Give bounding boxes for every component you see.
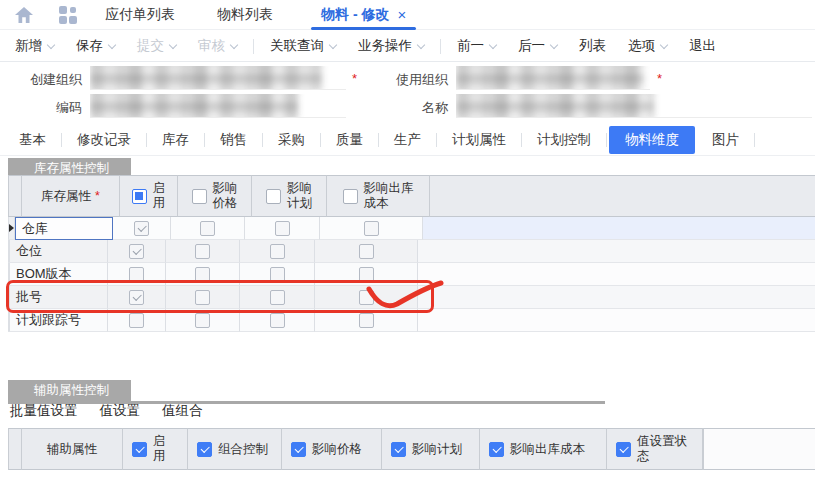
tab-change-log[interactable]: 修改记录 — [62, 131, 146, 149]
window-tab-material-list[interactable]: 物料列表 — [217, 6, 273, 24]
material-dimension-panel: 库存属性控制 库存属性 * 启用 影响价格 影响计划 影响 — [0, 155, 815, 501]
cell-affect-plan[interactable] — [240, 263, 315, 286]
enable-checkbox[interactable] — [129, 267, 144, 282]
list-button[interactable]: 列表 — [568, 37, 617, 55]
combo-control-header-checkbox[interactable] — [197, 442, 212, 457]
table-row-bin[interactable]: 仓位 — [8, 240, 815, 263]
cell-enable[interactable] — [113, 217, 171, 240]
affect-outbound-cost-checkbox[interactable] — [359, 267, 374, 282]
affect-outbound-cost-header-checkbox[interactable] — [343, 189, 358, 204]
code-field[interactable] — [90, 94, 346, 118]
use-org-field[interactable] — [456, 66, 650, 90]
window-tab-payables-list[interactable]: 应付单列表 — [105, 6, 175, 24]
tab-plan-control[interactable]: 计划控制 — [522, 131, 606, 149]
affect-outbound-cost-checkbox[interactable] — [359, 244, 374, 259]
options-button[interactable]: 选项 — [617, 37, 678, 55]
exit-button[interactable]: 退出 — [678, 37, 727, 55]
affect-plan-checkbox[interactable] — [270, 313, 285, 328]
next-button[interactable]: 后一 — [507, 37, 568, 55]
cell-affect-outbound-cost[interactable] — [315, 309, 418, 332]
cell-affect-outbound-cost[interactable] — [315, 263, 418, 286]
affect-price-checkbox[interactable] — [200, 221, 215, 236]
submit-button[interactable]: 提交 — [126, 37, 187, 55]
cell-affect-price[interactable] — [166, 240, 240, 263]
cell-affect-price[interactable] — [166, 286, 240, 309]
affect-outbound-cost-checkbox[interactable] — [364, 221, 379, 236]
value-set-button[interactable]: 值设置 — [100, 402, 141, 420]
tab-sales[interactable]: 销售 — [205, 131, 262, 149]
audit-button[interactable]: 审核 — [187, 37, 248, 55]
tab-material-dimension[interactable]: 物料维度 — [609, 126, 695, 154]
enable-checkbox[interactable] — [129, 290, 144, 305]
affect-outbound-cost-header-checkbox[interactable] — [489, 442, 504, 457]
batch-value-set-button[interactable]: 批量值设置 — [10, 402, 78, 420]
cell-name[interactable]: 批号 — [10, 286, 108, 309]
tab-plan-attribute[interactable]: 计划属性 — [437, 131, 521, 149]
aux-actions: 批量值设置 值设置 值组合 — [10, 402, 203, 420]
affect-plan-header-checkbox[interactable] — [266, 189, 281, 204]
home-icon[interactable] — [15, 7, 33, 23]
affect-plan-checkbox[interactable] — [270, 267, 285, 282]
save-button[interactable]: 保存 — [65, 37, 126, 55]
cell-affect-price[interactable] — [171, 217, 245, 240]
value-set-state-header-checkbox[interactable] — [616, 442, 631, 457]
tab-purchase[interactable]: 采购 — [263, 131, 320, 149]
create-org-field[interactable] — [90, 66, 346, 90]
cell-enable[interactable] — [108, 263, 166, 286]
affect-plan-header-checkbox[interactable] — [391, 442, 406, 457]
table-row-warehouse[interactable]: 仓库 — [8, 217, 815, 240]
cell-affect-outbound-cost[interactable] — [315, 240, 418, 263]
table-row-batch-number[interactable]: 批号 — [8, 286, 815, 309]
cell-enable[interactable] — [108, 286, 166, 309]
affect-price-checkbox[interactable] — [195, 244, 210, 259]
close-tab-icon[interactable]: × — [397, 6, 406, 23]
cell-affect-plan[interactable] — [245, 217, 320, 240]
affect-price-checkbox[interactable] — [195, 267, 210, 282]
cell-affect-plan[interactable] — [240, 240, 315, 263]
enable-header-checkbox[interactable] — [132, 189, 147, 204]
name-field[interactable] — [456, 94, 812, 118]
business-operation-button[interactable]: 业务操作 — [347, 37, 435, 55]
affect-plan-checkbox[interactable] — [270, 290, 285, 305]
table-row-bom-version[interactable]: BOM版本 — [8, 263, 815, 286]
enable-checkbox[interactable] — [129, 244, 144, 259]
enable-header-checkbox[interactable] — [132, 442, 147, 457]
cell-name[interactable]: 仓库 — [15, 217, 113, 240]
cell-enable[interactable] — [108, 309, 166, 332]
value-combo-button[interactable]: 值组合 — [162, 402, 203, 420]
toolbar-divider — [253, 39, 254, 54]
tab-divider — [754, 133, 755, 147]
table-row-plan-tracking-number[interactable]: 计划跟踪号 — [8, 309, 815, 332]
apps-grid-icon[interactable] — [59, 6, 77, 24]
window-tab-material-edit-label: 物料 - 修改 — [321, 6, 389, 24]
related-query-button[interactable]: 关联查询 — [259, 37, 347, 55]
tab-picture[interactable]: 图片 — [697, 131, 754, 149]
tab-basic[interactable]: 基本 — [4, 131, 61, 149]
affect-price-checkbox[interactable] — [195, 290, 210, 305]
enable-checkbox[interactable] — [134, 221, 149, 236]
affect-outbound-cost-checkbox[interactable] — [359, 290, 374, 305]
cell-affect-price[interactable] — [166, 309, 240, 332]
affect-price-checkbox[interactable] — [195, 313, 210, 328]
window-tab-material-edit[interactable]: 物料 - 修改 × — [315, 0, 412, 30]
tab-production[interactable]: 生产 — [379, 131, 436, 149]
previous-button[interactable]: 前一 — [446, 37, 507, 55]
affect-price-header-checkbox[interactable] — [192, 189, 207, 204]
affect-price-header-checkbox[interactable] — [291, 442, 306, 457]
cell-name[interactable]: BOM版本 — [10, 263, 108, 286]
tab-quality[interactable]: 质量 — [321, 131, 378, 149]
cell-affect-plan[interactable] — [240, 286, 315, 309]
cell-affect-outbound-cost[interactable] — [315, 286, 418, 309]
cell-affect-price[interactable] — [166, 263, 240, 286]
tab-inventory[interactable]: 库存 — [147, 131, 204, 149]
affect-plan-checkbox[interactable] — [275, 221, 290, 236]
cell-affect-plan[interactable] — [240, 309, 315, 332]
cell-affect-outbound-cost[interactable] — [320, 217, 423, 240]
affect-plan-checkbox[interactable] — [270, 244, 285, 259]
cell-name[interactable]: 计划跟踪号 — [10, 309, 108, 332]
cell-name[interactable]: 仓位 — [10, 240, 108, 263]
enable-checkbox[interactable] — [129, 313, 144, 328]
new-button[interactable]: 新增 — [4, 37, 65, 55]
cell-enable[interactable] — [108, 240, 166, 263]
affect-outbound-cost-checkbox[interactable] — [359, 313, 374, 328]
